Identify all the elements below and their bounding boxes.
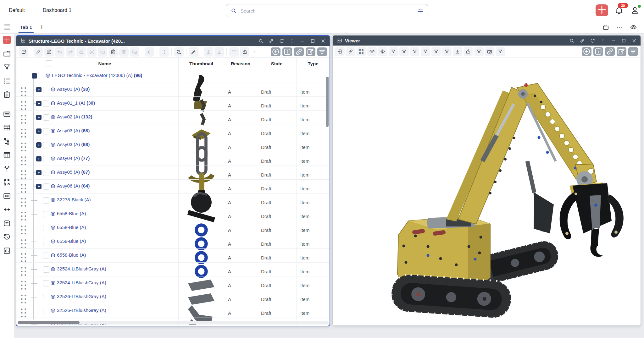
table-row[interactable]: +Assy03 (A) (68)ADraftItem: [16, 124, 330, 138]
structure-kebab-icon[interactable]: [289, 38, 295, 44]
item-name[interactable]: Assy01_1 (A) (30): [57, 100, 95, 106]
expand-button[interactable]: +: [36, 184, 42, 189]
viewer-funnel-button[interactable]: [474, 47, 484, 56]
viewer-funnel-button[interactable]: [399, 47, 409, 56]
sidebar-item-notes-icon[interactable]: [3, 219, 11, 227]
structure-quick-plus-circle-button[interactable]: [271, 47, 280, 56]
expand-button[interactable]: +: [36, 101, 42, 106]
row-checkbox[interactable]: [43, 197, 49, 204]
item-name[interactable]: Assy04 (A) (77): [57, 155, 90, 161]
structure-quick-info-button[interactable]: [282, 47, 292, 56]
item-name[interactable]: 32526-LtBluishGray (A): [57, 294, 106, 299]
item-name[interactable]: 6558-Blue (A): [57, 211, 86, 216]
structure-minimize-icon[interactable]: [300, 38, 305, 44]
search-input[interactable]: [240, 8, 414, 14]
viewer-minimize-icon[interactable]: [611, 38, 616, 43]
table-row[interactable]: +Assy01 (A) (30)ADraftItem: [16, 83, 330, 97]
table-row[interactable]: +Assy06 (A) (64)ADraftItem: [16, 180, 330, 194]
viewer-funnel-button[interactable]: [410, 47, 419, 56]
column-type[interactable]: Type: [296, 58, 330, 69]
column-thumbnail[interactable]: Thumbnail: [178, 58, 224, 69]
sidebar-item-workflow-icon[interactable]: [3, 178, 11, 186]
sidebar-item-table-icon[interactable]: [3, 123, 11, 132]
item-name[interactable]: 6558-Blue (A): [57, 252, 86, 258]
viewer-expand-button[interactable]: [357, 47, 366, 56]
structure-scissors-button[interactable]: [87, 47, 97, 57]
structure-chevron-right-button[interactable]: [251, 47, 258, 57]
sidebar-item-list-icon[interactable]: [3, 77, 11, 85]
structure-close-icon[interactable]: [320, 38, 326, 44]
row-checkbox[interactable]: [43, 183, 49, 190]
sidebar-item-hierarchy-icon[interactable]: [3, 137, 11, 145]
table-row[interactable]: +Assy05 (A) (67)ADraftItem: [16, 166, 330, 180]
table-row[interactable]: +Assy04 (A) (77)ADraftItem: [16, 152, 330, 166]
notifications-button[interactable]: 30: [614, 6, 624, 15]
workspace-tab-default[interactable]: Default: [0, 0, 34, 21]
item-name[interactable]: Assy06 (A) (64): [57, 183, 90, 188]
sidebar-item-plus-icon[interactable]: [3, 36, 11, 44]
table-row[interactable]: 6558-Blue (A)ADraftItem: [16, 249, 330, 263]
structure-redo-button[interactable]: [66, 47, 75, 57]
row-checkbox[interactable]: [43, 87, 49, 93]
row-checkbox[interactable]: [43, 156, 49, 162]
sidebar-item-folder-icon[interactable]: [3, 50, 11, 58]
table-row[interactable]: 6558-Blue (A)ADraftItem: [16, 235, 330, 249]
row-checkbox[interactable]: [43, 308, 49, 314]
viewer-link-icon[interactable]: [580, 38, 585, 43]
table-row[interactable]: 32278-Black (A)ADraftItem: [16, 194, 330, 207]
table-row[interactable]: −LEGO Technic - Excavator (42006) (A) (9…: [16, 69, 330, 83]
viewer-3d-canvas[interactable]: [333, 57, 641, 325]
row-checkbox[interactable]: [43, 266, 49, 273]
viewer-close-icon[interactable]: [631, 38, 637, 43]
row-checkbox[interactable]: [43, 225, 49, 231]
item-name[interactable]: 6558-Blue (A): [57, 238, 86, 244]
expand-button[interactable]: +: [36, 128, 42, 134]
structure-trash-button[interactable]: [119, 47, 129, 57]
row-checkbox[interactable]: [43, 294, 49, 300]
structure-search-icon[interactable]: [258, 38, 264, 44]
table-row[interactable]: 6558-Blue (A)ADraftItem: [16, 207, 330, 221]
row-checkbox[interactable]: [43, 280, 49, 286]
add-tab-button[interactable]: +: [40, 23, 44, 31]
viewer-funnel-button[interactable]: [431, 47, 441, 56]
viewer-share-button[interactable]: [464, 47, 473, 56]
horizontal-scrollbar-thumb[interactable]: [18, 321, 80, 324]
structure-kebab-button[interactable]: [159, 47, 169, 57]
viewer-quick-share-alt-button[interactable]: [617, 47, 626, 56]
row-checkbox[interactable]: [43, 128, 49, 134]
hamburger-menu-icon[interactable]: [3, 23, 11, 31]
table-row[interactable]: +Assy02 (A) (132)ADraftItem: [16, 111, 330, 124]
viewer-kebab-icon[interactable]: [600, 38, 606, 43]
viewer-quick-info-button[interactable]: [593, 47, 603, 56]
expand-button[interactable]: +: [36, 156, 42, 161]
viewer-funnel-button[interactable]: [496, 47, 505, 56]
table-row[interactable]: 6558-Blue (A)ADraftItem: [16, 221, 330, 235]
ellipsis-icon[interactable]: [616, 24, 623, 31]
item-name[interactable]: 32524-LtBluishGray (A): [57, 266, 106, 271]
item-name[interactable]: Assy05 (A) (67): [57, 169, 90, 175]
expand-button[interactable]: +: [36, 142, 42, 148]
sidebar-item-viewer-eye-icon[interactable]: [3, 192, 11, 200]
select-all-checkbox[interactable]: [46, 60, 52, 67]
create-new-button[interactable]: [596, 4, 608, 16]
sidebar-item-chart-icon[interactable]: [3, 247, 11, 255]
structure-quick-link-button[interactable]: [294, 47, 304, 56]
structure-quick-share-alt-button[interactable]: [306, 47, 315, 56]
item-name[interactable]: Assy03 (A) (68): [57, 142, 90, 147]
row-checkbox[interactable]: [43, 253, 49, 259]
tab-tab1[interactable]: Tab 1: [18, 21, 34, 33]
viewer-funnel-button[interactable]: [389, 47, 398, 56]
structure-duplicate-button[interactable]: [130, 47, 139, 57]
item-name[interactable]: 32524-LtBluishGray (A): [57, 280, 106, 285]
search-filter-icon[interactable]: [417, 8, 424, 14]
structure-copy-button[interactable]: [98, 47, 107, 57]
structure-share-button[interactable]: [240, 47, 249, 57]
item-name[interactable]: 32278-Black (A): [57, 197, 91, 202]
table-row[interactable]: 32524-LtBluishGray (A)ADraftItem: [16, 276, 330, 290]
structure-upload-button[interactable]: [204, 47, 213, 57]
structure-download-button[interactable]: [214, 47, 224, 57]
row-checkbox[interactable]: [38, 73, 44, 79]
viewer-import-box-button[interactable]: [335, 47, 345, 56]
vertical-scrollbar[interactable]: [326, 77, 329, 127]
structure-save-button[interactable]: [44, 47, 54, 57]
